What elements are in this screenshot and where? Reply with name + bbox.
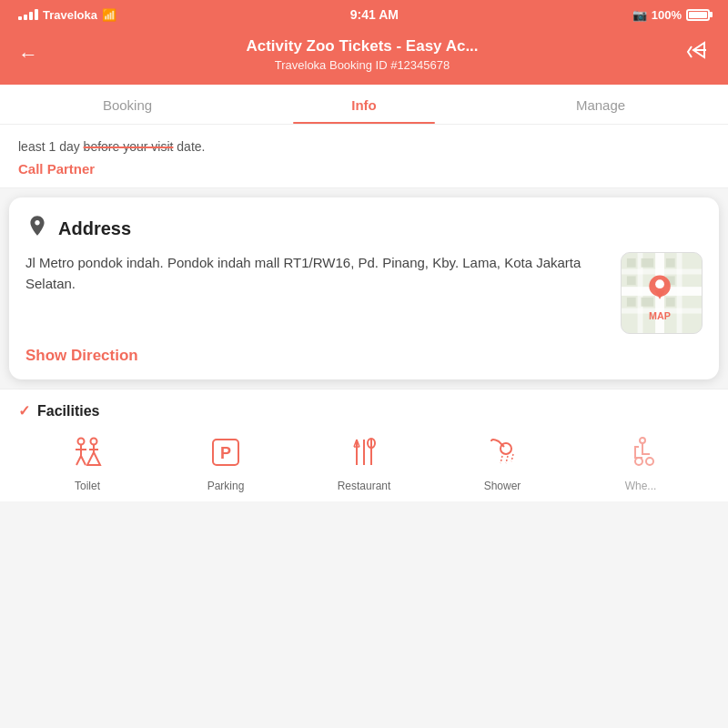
content-area: least 1 day before your visit date. Call… xyxy=(0,125,728,501)
header: ← Activity Zoo Tickets - Easy Ac... Trav… xyxy=(0,27,728,85)
call-partner-link[interactable]: Call Partner xyxy=(18,161,95,177)
restaurant-label: Restaurant xyxy=(338,480,391,492)
svg-rect-8 xyxy=(677,253,682,333)
shower-icon xyxy=(482,432,522,472)
header-subtitle: Traveloka Booking ID #12345678 xyxy=(51,58,673,72)
tab-manage[interactable]: Manage xyxy=(482,85,719,124)
address-title: Address xyxy=(58,218,131,239)
wheelchair-icon xyxy=(621,432,661,472)
svg-text:P: P xyxy=(220,444,231,462)
svg-point-39 xyxy=(500,443,511,454)
header-title: Activity Zoo Tickets - Easy Ac... xyxy=(51,36,673,56)
bluetooth-icon: 📷 xyxy=(632,8,647,22)
wheelchair-label: Whe... xyxy=(625,480,657,492)
parking-icon: P xyxy=(206,432,246,472)
svg-text:MAP: MAP xyxy=(649,310,671,321)
facility-shower: Shower xyxy=(433,432,571,501)
map-thumbnail[interactable]: MAP xyxy=(621,252,703,334)
parking-label: Parking xyxy=(207,480,245,492)
facilities-section: ✓ Facilities xyxy=(0,389,728,501)
svg-point-21 xyxy=(78,439,85,445)
svg-line-25 xyxy=(81,456,86,465)
address-header: Address xyxy=(25,214,703,243)
tabs: Booking Info Manage xyxy=(0,85,728,125)
tab-info[interactable]: Info xyxy=(246,85,482,124)
facility-toilet: Toilet xyxy=(18,432,157,501)
status-bar: Traveloka 📶 9:41 AM 📷 100% xyxy=(0,0,728,27)
strikethrough-text: before your visit xyxy=(84,139,174,154)
status-right: 📷 100% xyxy=(632,8,710,22)
show-direction-link[interactable]: Show Direction xyxy=(25,347,703,365)
svg-marker-28 xyxy=(87,452,100,465)
facility-parking: P Parking xyxy=(157,432,295,501)
shower-label: Shower xyxy=(484,480,521,492)
svg-rect-11 xyxy=(666,258,675,268)
facilities-header: ✓ Facilities xyxy=(18,402,710,420)
svg-point-26 xyxy=(91,439,97,445)
svg-point-45 xyxy=(646,458,653,465)
address-text: Jl Metro pondok indah. Pondok indah mall… xyxy=(25,252,610,295)
svg-rect-10 xyxy=(642,258,654,268)
svg-rect-5 xyxy=(622,269,702,275)
facilities-title: Facilities xyxy=(37,403,99,420)
location-pin-icon xyxy=(25,214,49,243)
battery-icon xyxy=(686,9,710,21)
svg-rect-12 xyxy=(627,277,636,286)
svg-line-41 xyxy=(506,456,508,463)
status-left: Traveloka 📶 xyxy=(18,8,116,22)
info-text-area: least 1 day before your visit date. Call… xyxy=(0,125,728,188)
facility-wheelchair: Whe... xyxy=(571,432,710,501)
battery-label: 100% xyxy=(652,8,682,22)
svg-line-42 xyxy=(511,454,513,461)
status-time: 9:41 AM xyxy=(350,7,399,22)
svg-line-40 xyxy=(500,456,502,463)
svg-rect-16 xyxy=(666,298,675,307)
share-button[interactable] xyxy=(686,40,710,68)
svg-line-24 xyxy=(76,456,81,465)
svg-point-43 xyxy=(640,438,645,443)
svg-point-44 xyxy=(635,458,642,465)
svg-point-18 xyxy=(655,279,664,288)
toilet-icon xyxy=(67,432,107,472)
header-title-wrap: Activity Zoo Tickets - Easy Ac... Travel… xyxy=(51,36,673,72)
wifi-icon: 📶 xyxy=(102,8,116,22)
back-button[interactable]: ← xyxy=(18,43,38,66)
facilities-list: Toilet P Parking xyxy=(18,432,710,501)
facility-restaurant: Restaurant xyxy=(295,432,433,501)
tab-booking[interactable]: Booking xyxy=(9,85,246,124)
checkmark-icon: ✓ xyxy=(18,402,30,420)
toilet-label: Toilet xyxy=(75,480,100,492)
address-content: Jl Metro pondok indah. Pondok indah mall… xyxy=(25,252,703,334)
carrier-label: Traveloka xyxy=(43,8,97,22)
svg-rect-15 xyxy=(642,298,654,307)
signal-icon xyxy=(18,9,38,20)
svg-rect-14 xyxy=(627,298,636,307)
restaurant-icon xyxy=(344,432,384,472)
info-partial-text: least 1 day before your visit date. xyxy=(18,139,710,154)
svg-rect-9 xyxy=(627,258,636,268)
address-card: Address Jl Metro pondok indah. Pondok in… xyxy=(9,197,719,379)
